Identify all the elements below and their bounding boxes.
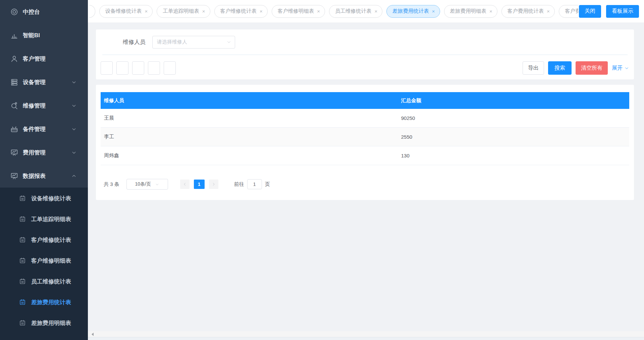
column-header-repairer: 维修人员	[101, 97, 398, 104]
sidebar-menu-label: 备件管理	[23, 125, 46, 133]
sidebar-submenu-item[interactable]: 差旅费用明细表	[0, 313, 88, 333]
filter-buttons-row: 导出 搜索 清空所有 展开	[101, 61, 629, 75]
chevron-down-icon	[71, 126, 77, 132]
tab[interactable]: 差旅费用统计表 ×	[386, 5, 440, 18]
prev-page-button[interactable]	[180, 180, 190, 189]
close-icon[interactable]: ×	[145, 9, 148, 14]
expense-board-icon	[10, 148, 18, 157]
sidebar-submenu-item[interactable]: 员工维修统计表	[0, 271, 88, 292]
filter-divider	[102, 55, 628, 55]
report-sheet-icon	[19, 195, 26, 202]
tab-strip: 设备维修统计表 × 工单追踪明细表 × 客户维修统计表 × 客户维修明细表 ×	[88, 0, 644, 22]
sidebar-submenu-label: 设备维修统计表	[31, 195, 71, 202]
tab[interactable]: 设备维修统计表 ×	[99, 5, 153, 18]
sidebar-submenu-label: 客户维修明细表	[31, 257, 71, 265]
close-icon[interactable]: ×	[432, 9, 435, 14]
cell-repairer: 王晨	[101, 115, 398, 121]
tab[interactable]: 差旅费用明细表 ×	[444, 5, 497, 18]
export-button[interactable]: 导出	[523, 61, 544, 75]
sidebar-menu-label: 客户管理	[23, 55, 46, 63]
close-icon[interactable]: ×	[202, 9, 205, 14]
tab-label: 差旅费用统计表	[392, 8, 429, 15]
chevron-down-icon	[226, 40, 231, 45]
close-tabs-button[interactable]: 关闭	[579, 5, 601, 18]
spare-parts-icon	[10, 125, 18, 133]
sidebar-menu-item[interactable]: 中控台	[0, 0, 88, 23]
sidebar-menu-label: 中控台	[23, 8, 40, 16]
sidebar-submenu-item[interactable]: 差旅费用统计表	[0, 292, 88, 313]
search-button[interactable]: 搜索	[548, 61, 572, 75]
close-icon[interactable]: ×	[547, 9, 550, 14]
chevron-right-icon	[211, 182, 216, 187]
clear-all-button[interactable]: 清空所有	[576, 61, 608, 75]
report-period-button[interactable]	[116, 61, 128, 75]
sidebar-submenu-label: 客户维修统计表	[31, 236, 71, 244]
sidebar-menu-item[interactable]: 费用管理	[0, 141, 88, 164]
horizontal-scrollbar[interactable]	[88, 331, 644, 337]
tab-label: 客户维修明细表	[278, 8, 314, 15]
table-row[interactable]: 周炜鑫 130	[101, 146, 629, 165]
sidebar-submenu-item[interactable]: 客户维修统计表	[0, 229, 88, 250]
content-area: 维修人员 请选择维修人 导出 搜索 清空所有	[88, 22, 644, 340]
tab-partial-left[interactable]	[89, 5, 95, 18]
sidebar-submenu: 设备维修统计表 工单追踪明细表 客户维修统计表 客户维修明细表 员工维修统计表 …	[0, 188, 88, 340]
chevron-down-icon	[71, 103, 77, 109]
close-icon[interactable]: ×	[489, 9, 492, 14]
sidebar-submenu-item[interactable]: 客户维修明细表	[0, 250, 88, 271]
close-icon[interactable]: ×	[260, 9, 263, 14]
page-size-select[interactable]: 10条/页	[126, 179, 168, 190]
goto-page-group: 前往 页	[234, 179, 270, 189]
close-icon[interactable]: ×	[375, 9, 378, 14]
sidebar-menu-item[interactable]: 客户管理	[0, 47, 88, 70]
sidebar-submenu-label: 差旅费用统计表	[31, 298, 71, 306]
tab[interactable]: 员工维修统计表 ×	[329, 5, 382, 18]
tab[interactable]: 客户费用统计表 ×	[501, 5, 555, 18]
cell-repairer: 李工	[101, 134, 398, 140]
report-board-icon	[10, 172, 18, 180]
tab[interactable]: 客户维修明细表 ×	[272, 5, 325, 18]
report-period-button[interactable]	[164, 61, 176, 75]
filter-card: 维修人员 请选择维修人 导出 搜索 清空所有	[96, 29, 634, 79]
tab-label: 差旅费用明细表	[450, 8, 487, 15]
repair-icon	[10, 101, 18, 110]
sidebar-submenu-item[interactable]: 工单追踪明细表	[0, 209, 88, 229]
report-period-button[interactable]	[132, 61, 144, 75]
tab[interactable]: 工单追踪明细表 ×	[157, 5, 210, 18]
goto-page-input[interactable]	[247, 179, 262, 189]
tab[interactable]: 客户维修统计表 ×	[214, 5, 268, 18]
sidebar-submenu-item[interactable]: 设备维修统计表	[0, 188, 88, 209]
next-page-button[interactable]	[209, 180, 218, 189]
pagination-total: 共 3 条	[104, 181, 119, 188]
page-number-1[interactable]: 1	[194, 180, 205, 189]
tab-label: 设备维修统计表	[105, 8, 142, 15]
scroll-left-arrow-icon[interactable]	[90, 333, 94, 336]
board-display-button[interactable]: 看板展示	[606, 5, 639, 18]
chevron-down-icon	[624, 66, 629, 71]
pagination: 共 3 条 10条/页 1 前往 页	[101, 179, 629, 190]
repairer-select-placeholder: 请选择维修人	[157, 39, 226, 45]
sidebar-menu-item[interactable]: 维修管理	[0, 94, 88, 117]
cell-amount: 90250	[398, 115, 629, 121]
expand-link[interactable]: 展开	[612, 65, 629, 72]
tab-label: 员工维修统计表	[335, 8, 372, 15]
table-row[interactable]: 李工 2550	[101, 128, 629, 146]
report-period-button[interactable]	[101, 61, 113, 75]
sidebar-menu-label: 设备管理	[23, 78, 46, 86]
filter-row: 维修人员 请选择维修人	[101, 29, 629, 55]
report-sheet-icon	[19, 319, 26, 327]
sidebar-menu-item[interactable]: 备件管理	[0, 117, 88, 141]
table-row[interactable]: 王晨 90250	[101, 109, 629, 128]
close-icon[interactable]: ×	[317, 9, 320, 14]
devices-icon	[10, 78, 18, 86]
sidebar-menu: 中控台 智能BI 客户管理 设备管理 维修管理	[0, 0, 88, 188]
goto-unit: 页	[265, 181, 270, 188]
sidebar-menu-item[interactable]: 数据报表	[0, 164, 88, 188]
table-card: 维修人员 汇总金额 王晨 90250 李工 2550 周炜鑫 130	[96, 85, 634, 200]
report-sheet-icon	[19, 257, 26, 264]
customers-icon	[10, 55, 18, 63]
tab-label: 工单追踪明细表	[163, 8, 199, 15]
sidebar-menu-item[interactable]: 设备管理	[0, 70, 88, 94]
report-period-button[interactable]	[148, 61, 160, 75]
sidebar-menu-item[interactable]: 智能BI	[0, 23, 88, 47]
repairer-select[interactable]: 请选择维修人	[152, 36, 235, 49]
